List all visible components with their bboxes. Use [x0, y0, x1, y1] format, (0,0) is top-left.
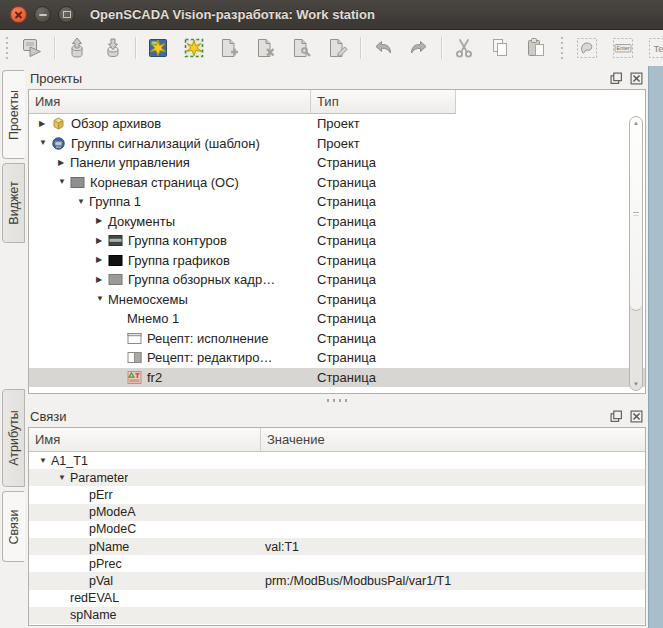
link-tree-row[interactable]: pErr: [29, 486, 645, 503]
item-label: Обзор архивов: [71, 116, 161, 131]
delete-page-button[interactable]: [251, 34, 281, 62]
float-panel-button[interactable]: [610, 410, 623, 423]
link-tree-row[interactable]: ▼A1_T1: [29, 452, 645, 469]
close-panel-button[interactable]: [630, 410, 643, 423]
type-cell: Проект: [317, 114, 360, 134]
projects-tree-rows: ▶Обзор архивовПроект▼Группы сигнализаций…: [29, 114, 645, 393]
column-header-value[interactable]: Значение: [261, 428, 645, 452]
name-cell: pVal: [29, 574, 113, 588]
load-from-db-button[interactable]: [62, 34, 92, 62]
project-tree-row[interactable]: ▼Группы сигнализаций (шаблон)Проект: [29, 134, 645, 154]
redo-button[interactable]: [404, 34, 434, 62]
run-development-button[interactable]: [17, 34, 47, 62]
project-tree-row[interactable]: Рецепт: исполнениеСтраница: [29, 329, 645, 349]
page-properties-button[interactable]: [287, 34, 317, 62]
window-close-button[interactable]: [10, 6, 27, 23]
sidebar-tab-projects[interactable]: Проекты: [2, 70, 25, 159]
toolbar-handle[interactable]: [4, 37, 9, 59]
sidebar-tab-links[interactable]: Связи: [2, 491, 25, 562]
project-tree-row[interactable]: ▶Группа обзорных кадр…Страница: [29, 270, 645, 290]
type-cell: Страница: [317, 212, 376, 232]
project-tree-row[interactable]: ▼МнемосхемыСтраница: [29, 290, 645, 310]
expand-arrow-icon[interactable]: ▶: [37, 120, 51, 128]
collapse-arrow-icon[interactable]: ▼: [56, 178, 70, 186]
project-tree-row[interactable]: ▶Обзор архивовПроект: [29, 114, 645, 134]
window-minimize-button[interactable]: [34, 6, 51, 23]
collapse-arrow-icon[interactable]: ▼: [75, 198, 89, 206]
item-label: fr2: [147, 370, 162, 385]
left-tab-strip: ПроектыВиджетАтрибутыСвязи: [0, 66, 26, 628]
project-tree-row[interactable]: Рецепт: редактиро…Страница: [29, 348, 645, 368]
name-cell: ▶Группа контуров: [29, 233, 227, 248]
name-cell: ▼A1_T1: [29, 454, 88, 468]
link-tree-row[interactable]: pValprm:/ModBus/ModbusPal/var1/T1: [29, 572, 645, 589]
new-project-button[interactable]: [143, 34, 173, 62]
projects-panel-titlebar: Проекты: [26, 66, 648, 89]
project-tree-row[interactable]: ▶Группа графиковСтраница: [29, 251, 645, 271]
column-header-name[interactable]: Имя: [29, 90, 311, 114]
link-tree-row[interactable]: pModeA: [29, 504, 645, 521]
link-tree-row[interactable]: pNameval:T1: [29, 538, 645, 555]
project-tree-row[interactable]: Мнемо 1Страница: [29, 309, 645, 329]
item-label: pName: [89, 540, 129, 554]
toolbar: EnterTe: [0, 30, 663, 66]
link-tree-row[interactable]: redEVAL: [29, 590, 645, 607]
link-tree-row[interactable]: ▼Parameter: [29, 469, 645, 486]
cut-button[interactable]: [449, 34, 479, 62]
collapse-arrow-icon[interactable]: ▼: [56, 474, 70, 482]
links-tree-header: Имя Значение: [29, 428, 645, 452]
add-page-button[interactable]: [215, 34, 245, 62]
link-tree-row[interactable]: pModeC: [29, 521, 645, 538]
project-tree-row[interactable]: ▶Группа контуровСтраница: [29, 231, 645, 251]
expand-arrow-icon[interactable]: ▶: [94, 237, 108, 245]
panel-title: Проекты: [30, 71, 82, 86]
project-tree-row[interactable]: ▼Группа 1Страница: [29, 192, 645, 212]
text-element-button[interactable]: Te: [644, 34, 663, 62]
close-panel-icon: [630, 72, 643, 85]
column-header-name[interactable]: Имя: [29, 428, 261, 452]
new-widget-library-button[interactable]: [179, 34, 209, 62]
collapse-arrow-icon[interactable]: ▼: [37, 457, 51, 465]
undo-button[interactable]: [368, 34, 398, 62]
toolbar-handle[interactable]: [559, 37, 564, 59]
edit-page-button[interactable]: [323, 34, 353, 62]
sidebar-tab-widget[interactable]: Виджет: [2, 163, 25, 243]
project-tree-row[interactable]: Tfr2Страница: [29, 368, 645, 388]
copy-button[interactable]: [485, 34, 515, 62]
link-tree-row[interactable]: pPrec: [29, 555, 645, 572]
save-to-db-button[interactable]: [98, 34, 128, 62]
form-element-button[interactable]: Enter: [608, 34, 638, 62]
panel-splitter[interactable]: [26, 396, 648, 404]
projects-tree: Имя Тип ▶Обзор архивовПроект▼Группы сигн…: [28, 89, 646, 394]
window-maximize-button[interactable]: [58, 6, 75, 23]
scroll-up-icon[interactable]: ▲: [630, 120, 642, 126]
item-label: Parameter: [70, 471, 128, 485]
collapse-arrow-icon[interactable]: ▼: [37, 139, 51, 147]
scroll-down-icon[interactable]: ▼: [630, 381, 642, 387]
expand-arrow-icon[interactable]: ▶: [56, 159, 70, 167]
svg-text:Enter: Enter: [617, 45, 630, 51]
link-tree-row[interactable]: spName: [29, 607, 645, 624]
vertical-scrollbar[interactable]: ▲ ▼: [629, 116, 643, 391]
expand-arrow-icon[interactable]: ▶: [94, 217, 108, 225]
float-panel-button[interactable]: [610, 72, 623, 85]
paste-button[interactable]: [521, 34, 551, 62]
sidebar-tab-attributes[interactable]: Атрибуты: [2, 389, 25, 487]
scrollbar-thumb[interactable]: [630, 117, 642, 311]
svg-text:T: T: [135, 372, 140, 380]
toolbar-separator: [54, 37, 55, 59]
type-cell: Страница: [317, 368, 376, 388]
project-tree-row[interactable]: ▶ДокументыСтраница: [29, 212, 645, 232]
column-header-type[interactable]: Тип: [311, 90, 456, 114]
expand-arrow-icon[interactable]: ▶: [94, 256, 108, 264]
figure-element-button[interactable]: [572, 34, 602, 62]
close-panel-button[interactable]: [630, 72, 643, 85]
expand-arrow-icon[interactable]: ▶: [94, 276, 108, 284]
page-root-icon: [70, 176, 86, 189]
item-label: spName: [70, 608, 117, 622]
project-tree-row[interactable]: ▶Панели управленияСтраница: [29, 153, 645, 173]
run-icon: [20, 36, 44, 60]
project-tree-row[interactable]: ▼Корневая страница (ОС)Страница: [29, 173, 645, 193]
type-cell: Страница: [317, 153, 376, 173]
collapse-arrow-icon[interactable]: ▼: [94, 295, 108, 303]
